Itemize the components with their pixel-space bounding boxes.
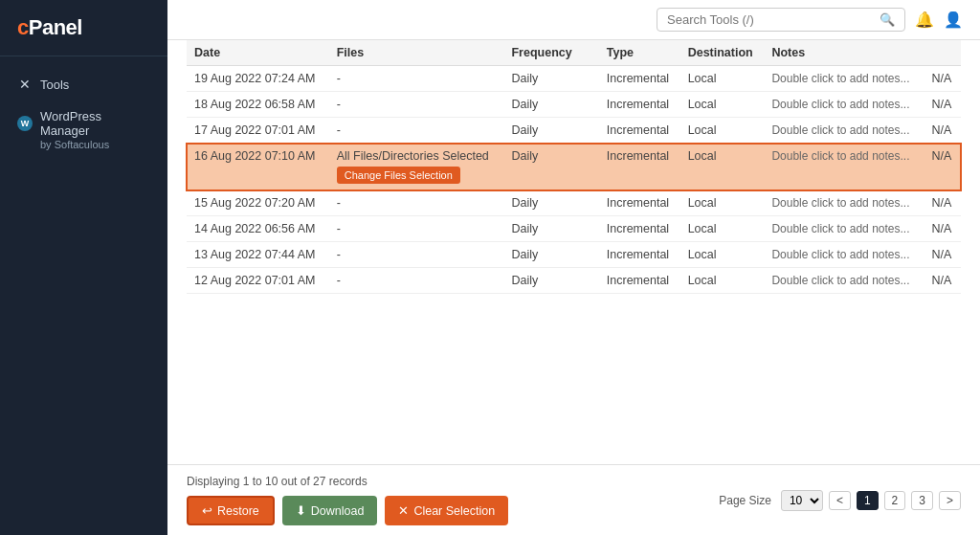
cell-extra	[583, 66, 599, 92]
header: 🔍 🔔 👤	[167, 0, 980, 40]
cell-frequency: Daily	[503, 144, 583, 190]
main-panel: 🔍 🔔 👤 Date Files Frequency Type Destinat…	[167, 0, 980, 535]
sidebar-item-tools-label: Tools	[40, 78, 69, 92]
cell-date: 15 Aug 2022 07:20 AM	[187, 190, 329, 216]
cell-files: All Files/Directories SelectedChange Fil…	[329, 144, 504, 190]
cell-frequency: Daily	[503, 118, 583, 144]
table-row[interactable]: 12 Aug 2022 07:01 AM-DailyIncrementalLoc…	[187, 268, 961, 294]
download-button[interactable]: ⬇ Download	[282, 496, 378, 525]
page-1-button[interactable]: 1	[857, 491, 879, 510]
cell-size: N/A	[924, 216, 961, 242]
cell-extra	[583, 118, 599, 144]
table-row[interactable]: 16 Aug 2022 07:10 AMAll Files/Directorie…	[187, 144, 961, 190]
table-row[interactable]: 13 Aug 2022 07:44 AM-DailyIncrementalLoc…	[187, 242, 961, 268]
table-row[interactable]: 18 Aug 2022 06:58 AM-DailyIncrementalLoc…	[187, 92, 961, 118]
cell-files: -	[329, 268, 504, 294]
sidebar-item-tools[interactable]: ✕ Tools	[0, 68, 167, 100]
cell-dest: Local	[680, 242, 765, 268]
cell-extra	[583, 216, 599, 242]
cell-date: 18 Aug 2022 06:58 AM	[187, 92, 329, 118]
backups-table: Date Files Frequency Type Destination No…	[187, 40, 961, 294]
page-3-button[interactable]: 3	[911, 491, 933, 510]
col-type: Type	[599, 40, 680, 66]
cell-notes[interactable]: Double click to add notes...	[764, 118, 924, 144]
search-input[interactable]	[667, 12, 874, 27]
download-label: Download	[311, 504, 365, 518]
col-extra	[583, 40, 599, 66]
cell-frequency: Daily	[503, 216, 583, 242]
cell-dest: Local	[680, 144, 765, 190]
cell-date: 14 Aug 2022 06:56 AM	[187, 216, 329, 242]
footer: Displaying 1 to 10 out of 27 records ↩ R…	[167, 464, 980, 535]
cell-size: N/A	[924, 268, 961, 294]
cell-dest: Local	[680, 92, 765, 118]
prev-page-button[interactable]: <	[829, 491, 851, 510]
cell-notes[interactable]: Double click to add notes...	[764, 92, 924, 118]
cell-files: -	[329, 92, 504, 118]
cell-type: Incremental	[599, 242, 680, 268]
cell-notes[interactable]: Double click to add notes...	[764, 190, 924, 216]
footer-left: Displaying 1 to 10 out of 27 records ↩ R…	[187, 475, 508, 525]
table-row[interactable]: 17 Aug 2022 07:01 AM-DailyIncrementalLoc…	[187, 118, 961, 144]
next-page-button[interactable]: >	[939, 491, 961, 510]
page-size-select[interactable]: 10 25 50	[781, 490, 823, 511]
cell-frequency: Daily	[503, 190, 583, 216]
col-dest: Destination	[680, 40, 765, 66]
cell-type: Incremental	[599, 118, 680, 144]
table-row[interactable]: 14 Aug 2022 06:56 AM-DailyIncrementalLoc…	[187, 216, 961, 242]
page-2-button[interactable]: 2	[884, 491, 906, 510]
cell-type: Incremental	[599, 216, 680, 242]
change-files-button[interactable]: Change Files Selection	[337, 167, 460, 184]
clear-selection-button[interactable]: ✕ Clear Selection	[385, 496, 508, 525]
search-box[interactable]: 🔍	[657, 8, 905, 32]
table-header-row: Date Files Frequency Type Destination No…	[187, 40, 961, 66]
search-icon: 🔍	[880, 12, 895, 27]
user-icon[interactable]: 👤	[944, 11, 963, 29]
cell-date: 13 Aug 2022 07:44 AM	[187, 242, 329, 268]
cell-frequency: Daily	[503, 92, 583, 118]
cell-type: Incremental	[599, 66, 680, 92]
cell-frequency: Daily	[503, 268, 583, 294]
download-icon: ⬇	[296, 503, 306, 518]
table-row[interactable]: 15 Aug 2022 07:20 AM-DailyIncrementalLoc…	[187, 190, 961, 216]
cell-frequency: Daily	[503, 242, 583, 268]
cell-notes[interactable]: Double click to add notes...	[764, 242, 924, 268]
cell-size: N/A	[924, 242, 961, 268]
cell-notes[interactable]: Double click to add notes...	[764, 216, 924, 242]
cell-dest: Local	[680, 216, 765, 242]
cell-notes[interactable]: Double click to add notes...	[764, 66, 924, 92]
bell-icon[interactable]: 🔔	[915, 11, 934, 29]
cell-size: N/A	[924, 190, 961, 216]
table-body: 19 Aug 2022 07:24 AM-DailyIncrementalLoc…	[187, 66, 961, 294]
content-area: Date Files Frequency Type Destination No…	[167, 40, 980, 464]
cell-notes[interactable]: Double click to add notes...	[764, 268, 924, 294]
cell-type: Incremental	[599, 92, 680, 118]
cell-type: Incremental	[599, 144, 680, 190]
restore-icon: ↩	[202, 503, 212, 518]
logo-text: cPanel	[17, 15, 82, 39]
col-size	[924, 40, 961, 66]
table-row[interactable]: 19 Aug 2022 07:24 AM-DailyIncrementalLoc…	[187, 66, 961, 92]
cell-dest: Local	[680, 118, 765, 144]
cell-files: -	[329, 242, 504, 268]
cell-type: Incremental	[599, 190, 680, 216]
restore-label: Restore	[217, 504, 259, 518]
cell-notes[interactable]: Double click to add notes...	[764, 144, 924, 190]
cell-extra	[583, 242, 599, 268]
cell-size: N/A	[924, 118, 961, 144]
restore-button[interactable]: ↩ Restore	[187, 496, 275, 525]
page-size-label: Page Size	[719, 494, 771, 507]
cell-files: -	[329, 66, 504, 92]
wp-icon: W	[17, 116, 33, 131]
cell-files: -	[329, 190, 504, 216]
cell-dest: Local	[680, 268, 765, 294]
col-files: Files	[329, 40, 504, 66]
footer-buttons: ↩ Restore ⬇ Download ✕ Clear Selection	[187, 496, 508, 525]
display-info: Displaying 1 to 10 out of 27 records	[187, 475, 508, 488]
col-date: Date	[187, 40, 329, 66]
cell-size: N/A	[924, 144, 961, 190]
cell-type: Incremental	[599, 268, 680, 294]
cell-extra	[583, 92, 599, 118]
sidebar-item-wp-label: WordPress Manager	[40, 109, 150, 138]
sidebar-item-wp-manager[interactable]: W WordPress Manager by Softaculous	[0, 100, 167, 161]
